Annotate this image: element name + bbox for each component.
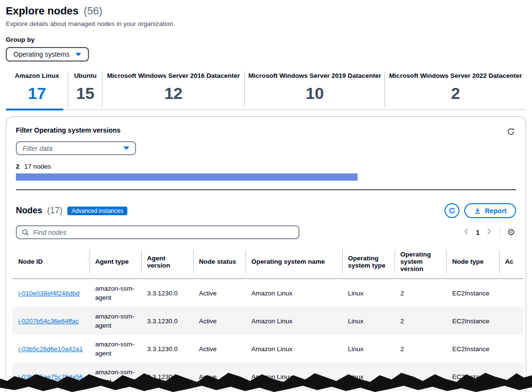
nodes-table-wrap: Node ID Agent type Agent version Node st… [6,245,526,392]
page-header: Explore nodes (56) Explore details about… [0,0,532,27]
col-agent-version[interactable]: Agent version [141,245,193,279]
col-node-type[interactable]: Node type [446,245,499,279]
report-button-label: Report [485,207,507,215]
group-by-selected-value: Operating systems [13,50,70,58]
os-version-bar-chart: 217 nodes [16,163,516,190]
agent-version-cell: 3.3.1230.0 [141,363,193,391]
os-versions-card: Filter Operating system versions Filter … [6,116,526,392]
page-title: Explore nodes [6,5,79,17]
page-title-count: (56) [84,5,102,17]
account-cell [499,279,523,307]
agent-version-cell: 3.3.1230.0 [141,307,193,335]
table-row: i-03b985ae75c76da56 amazon-ssm-agent 3.3… [12,363,523,391]
account-cell [499,335,523,363]
os-name-cell: Amazon Linux [246,363,342,391]
os-type-cell: Linux [342,335,395,363]
agent-version-cell: 3.3.1230.0 [141,279,193,307]
node-type-cell: EC2Instance [446,307,499,335]
next-page-button[interactable] [484,226,494,238]
previous-page-button[interactable] [461,226,471,238]
tab-label: Microsoft Windows Server 2016 Datacenter [104,72,243,79]
node-status-cell: Active [193,307,246,335]
table-header-row: Node ID Agent type Agent version Node st… [12,245,523,279]
table-settings-button[interactable]: ⚙ [506,226,516,239]
os-type-cell: Linux [342,363,395,391]
col-os-version[interactable]: Operating system version [395,245,446,279]
agent-type-cell: amazon-ssm-agent [89,335,141,363]
node-status-cell: Active [193,279,246,307]
os-type-cell: Linux [342,279,395,307]
chevron-down-icon [75,53,81,56]
refresh-nodes-button[interactable] [445,203,459,218]
group-by-label: Group by [6,36,526,43]
account-cell [499,307,523,335]
filter-title: Filter Operating system versions [16,126,121,134]
find-nodes-search[interactable] [16,225,299,239]
nodes-title: Nodes [16,206,42,216]
chart-category-label: 2 [16,163,20,170]
os-version-bar[interactable] [16,173,358,181]
filter-data-select[interactable]: Filter data [16,141,136,155]
agent-type-cell: amazon-ssm-agent [89,279,141,307]
tab-label: Amazon Linux [8,72,66,79]
report-button[interactable]: Report [464,203,516,218]
search-icon [22,229,29,236]
col-agent-type[interactable]: Agent type [89,245,141,279]
node-status-cell: Active [193,335,246,363]
tab-windows-2016[interactable]: Microsoft Windows Server 2016 Datacenter… [102,69,245,110]
col-node-status[interactable]: Node status [193,245,246,279]
tab-count: 2 [387,84,524,103]
chevron-down-icon [124,147,129,150]
os-version-cell: 2 [395,335,446,363]
explore-nodes-page: Explore nodes (56) Explore details about… [0,0,532,392]
node-id-link[interactable]: i-03b5c28d6e10a42a1 [18,345,83,353]
refresh-icon [448,207,456,214]
nodes-actions: Report [445,203,516,218]
node-id-link[interactable]: i-03b985ae75c76da56 [18,373,83,380]
tab-count: 17 [8,84,66,103]
tab-label: Microsoft Windows Server 2022 Datacenter [387,72,524,79]
tab-count: 10 [247,84,383,103]
os-tabs: Amazon Linux 17 Ubuntu 15 Microsoft Wind… [6,69,526,110]
tab-label: Microsoft Windows Server 2019 Datacenter [247,72,383,79]
download-icon [474,207,481,214]
chart-value-label: 17 nodes [25,163,51,170]
table-row: i-010e038ef4f248dbd amazon-ssm-agent 3.3… [12,279,523,307]
col-os-name[interactable]: Operating system name [246,245,342,279]
group-by-select[interactable]: Operating systems [6,47,89,61]
chevron-right-icon [486,228,492,235]
group-by-section: Group by Operating systems [0,27,532,61]
node-type-cell: EC2Instance [446,279,499,307]
table-row: i-03b5c28d6e10a42a1 amazon-ssm-agent 3.3… [12,335,523,363]
tab-windows-2019[interactable]: Microsoft Windows Server 2019 Datacenter… [245,69,385,110]
nodes-table: Node ID Agent type Agent version Node st… [12,245,523,392]
refresh-icon[interactable] [506,126,516,137]
agent-type-cell: amazon-ssm-agent [89,363,141,391]
filter-data-placeholder: Filter data [23,145,52,152]
nodes-header: Nodes (17) Advanced instances Report [16,203,516,218]
node-status-cell: Active [193,363,246,391]
agent-version-cell: 3.3.1230.0 [141,335,193,363]
col-os-type[interactable]: Operating system type [342,245,395,279]
node-type-cell: EC2Instance [446,335,499,363]
table-tools: 1 ⚙ [16,225,516,239]
os-version-cell: 2 [395,307,446,335]
node-id-link[interactable]: i-0207b54c36e64ffac [18,318,79,325]
nodes-count: (17) [47,206,62,216]
os-name-cell: Amazon Linux [246,335,342,363]
tab-ubuntu[interactable]: Ubuntu 15 [68,69,102,110]
tab-amazon-linux[interactable]: Amazon Linux 17 [6,69,68,110]
tab-label: Ubuntu [70,72,100,79]
nodes-title-group: Nodes (17) Advanced instances [16,206,127,216]
col-node-id[interactable]: Node ID [12,245,89,279]
chevron-left-icon [463,228,469,235]
os-version-cell: 2 [395,363,446,391]
col-account-truncated[interactable]: Ac [499,245,523,279]
pagination: 1 ⚙ [461,226,516,239]
current-page-number[interactable]: 1 [473,229,483,236]
chart-key-label: 217 nodes [16,163,516,170]
tab-windows-2022[interactable]: Microsoft Windows Server 2022 Datacenter… [385,69,526,110]
node-type-cell: EC2Instance [446,363,499,391]
search-input[interactable] [33,229,294,236]
node-id-link[interactable]: i-010e038ef4f248dbd [18,290,80,297]
